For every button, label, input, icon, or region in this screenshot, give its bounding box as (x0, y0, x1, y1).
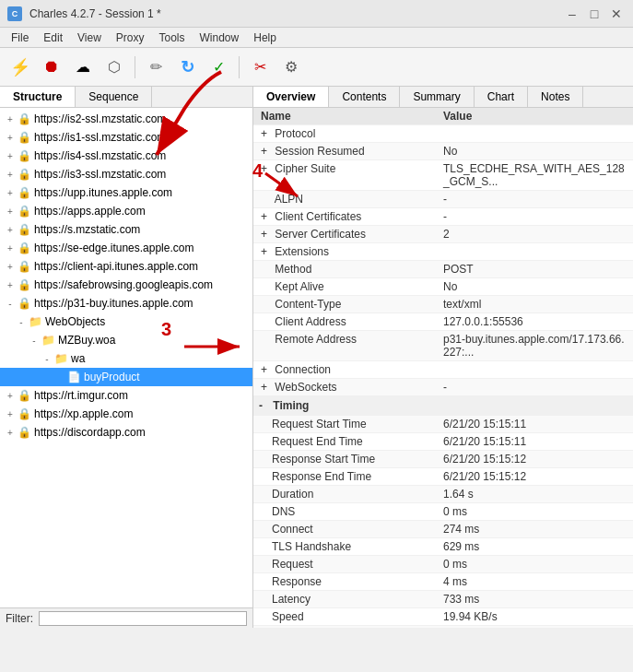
row-value: - (438, 379, 633, 396)
row-name: + Protocol (253, 125, 438, 143)
tab-overview[interactable]: Overview (253, 87, 329, 107)
tab-summary[interactable]: Summary (400, 87, 474, 107)
menu-view[interactable]: View (70, 29, 109, 46)
tree-item-is1ssl[interactable]: + 🔒 https://is1-ssl.mzstatic.com (0, 128, 252, 147)
tab-sequence[interactable]: Sequence (76, 87, 152, 107)
tree-label: https://safebrowsing.googleapis.com (34, 278, 213, 291)
stop-button[interactable]: ⏺ (37, 53, 66, 82)
table-row: + Server Certificates 2 (253, 226, 633, 243)
table-row: + Extensions (253, 243, 633, 261)
tree-item-p31buy[interactable]: - 🔒 https://p31-buy.itunes.apple.com (0, 294, 252, 312)
ssl-icon: 🔒 (17, 222, 31, 237)
tab-notes[interactable]: Notes (528, 87, 583, 107)
expand-icon: + (4, 114, 17, 124)
tree-item-s-mzstatic[interactable]: + 🔒 https://s.mzstatic.com (0, 220, 252, 239)
compose-button[interactable]: ✏ (141, 53, 170, 82)
row-value: - (438, 208, 633, 226)
app-icon: C (7, 6, 22, 21)
row-value: 0 B/s (438, 626, 633, 629)
clear-button[interactable]: ⬡ (100, 53, 129, 82)
table-row: DNS 0 ms (253, 503, 633, 521)
row-value: 6/21/20 15:15:12 (438, 451, 633, 468)
table-row: Response 4 ms (253, 573, 633, 591)
tree-item-wa[interactable]: - 📁 wa (0, 349, 252, 368)
filter-input[interactable] (39, 611, 247, 626)
folder-icon: 📁 (41, 333, 55, 348)
tree-item-is4ssl[interactable]: + 🔒 https://is4-ssl.mzstatic.com (0, 147, 252, 165)
tree-item-safebrowsing[interactable]: + 🔒 https://safebrowsing.googleapis.com (0, 276, 252, 294)
expand-icon: + (4, 188, 17, 198)
tree-item-client-api[interactable]: + 🔒 https://client-api.itunes.apple.com (0, 257, 252, 276)
row-name: Request (253, 556, 438, 573)
close-button[interactable]: ✕ (607, 5, 626, 23)
menu-window[interactable]: Window (193, 29, 247, 46)
tree-item-discord[interactable]: + 🔒 https://discordapp.com (0, 423, 252, 442)
tree-item-buyproduct[interactable]: 📄 buyProduct (0, 368, 252, 386)
tree-label: https://discordapp.com (34, 426, 146, 439)
table-row: ALPN - (253, 191, 633, 208)
file-icon: 📄 (66, 370, 81, 384)
table-row: Duration 1.64 s (253, 486, 633, 503)
tree-item-rt-imgur[interactable]: + 🔒 https://rt.imgur.com (0, 386, 252, 405)
tab-contents[interactable]: Contents (329, 87, 400, 107)
tree-item-is2ssl[interactable]: + 🔒 https://is2-ssl.mzstatic.com (0, 110, 252, 128)
row-name: Content-Type (253, 296, 438, 313)
menu-tools[interactable]: Tools (152, 29, 193, 46)
row-value: 6/21/20 15:15:11 (438, 433, 633, 451)
row-name: Kept Alive (253, 278, 438, 296)
tree-item-se-edge[interactable]: + 🔒 https://se-edge.itunes.apple.com (0, 239, 252, 257)
ssl-icon: 🔒 (17, 241, 31, 255)
table-row: + Client Certificates - (253, 208, 633, 226)
minimize-button[interactable]: – (563, 5, 581, 23)
tree-item-xp-apple[interactable]: + 🔒 https://xp.apple.com (0, 405, 252, 423)
menu-file[interactable]: File (4, 29, 36, 46)
row-name: + Session Resumed (253, 143, 438, 160)
row-value: 1.64 s (438, 486, 633, 503)
tree-item-mzbuywoa[interactable]: - 📁 MZBuy.woa (0, 331, 252, 349)
row-name: ALPN (253, 191, 438, 208)
expand-icon: + (4, 133, 17, 143)
tab-chart[interactable]: Chart (475, 87, 528, 107)
tree-label: MZBuy.woa (58, 334, 115, 347)
table-row: Kept Alive No (253, 278, 633, 296)
tree-item-apps[interactable]: + 🔒 https://apps.apple.com (0, 202, 252, 220)
tools-button[interactable]: ✂ (245, 53, 275, 82)
tree-label: wa (71, 352, 85, 365)
row-value: 127.0.0.1:55536 (438, 313, 633, 331)
tree-item-upp[interactable]: + 🔒 https://upp.itunes.apple.com (0, 183, 252, 202)
left-panel: Structure Sequence + 🔒 https://is2-ssl.m… (0, 87, 253, 628)
ssl-icon: 🔒 (17, 407, 31, 421)
ssl-icon: 🔒 (17, 148, 31, 163)
row-value (438, 243, 633, 261)
expand-icon: - (15, 317, 28, 327)
maximize-button[interactable]: □ (585, 5, 604, 23)
table-row: Client Address 127.0.0.1:55536 (253, 313, 633, 331)
row-value: 6/21/20 15:15:11 (438, 416, 633, 433)
table-row: TLS Handshake 629 ms (253, 538, 633, 556)
tab-structure[interactable]: Structure (0, 87, 76, 107)
refresh-button[interactable]: ↻ (172, 53, 202, 82)
tree-label: https://p31-buy.itunes.apple.com (34, 297, 193, 310)
menu-edit[interactable]: Edit (36, 29, 70, 46)
ssl-icon: 🔒 (17, 185, 31, 200)
tree-label: https://client-api.itunes.apple.com (34, 260, 198, 273)
row-value: 274 ms (438, 521, 633, 538)
table-row: Speed 19.94 KB/s (253, 608, 633, 626)
tree-item-webobjects[interactable]: - 📁 WebObjects (0, 312, 252, 331)
row-name: Response End Time (253, 468, 438, 486)
menu-proxy[interactable]: Proxy (109, 29, 152, 46)
row-name: + Client Certificates (253, 208, 438, 226)
expand-icon: + (4, 391, 17, 401)
ssl-icon: 🔒 (17, 296, 31, 311)
main-content: Structure Sequence + 🔒 https://is2-ssl.m… (0, 87, 633, 628)
tree-item-is3ssl[interactable]: + 🔒 https://is3-ssl.mzstatic.com (0, 165, 252, 183)
menu-help[interactable]: Help (246, 29, 284, 46)
check-button[interactable]: ✓ (204, 53, 233, 82)
record-button[interactable]: ⚡ (6, 53, 35, 82)
folder-icon: 📁 (28, 314, 42, 329)
ssl-icon: 🔒 (17, 112, 31, 126)
throttle-button[interactable]: ☁ (68, 53, 98, 82)
row-name: Client Address (253, 313, 438, 331)
window-title: Charles 4.2.7 - Session 1 * (29, 7, 161, 20)
settings-button[interactable]: ⚙ (276, 53, 306, 82)
